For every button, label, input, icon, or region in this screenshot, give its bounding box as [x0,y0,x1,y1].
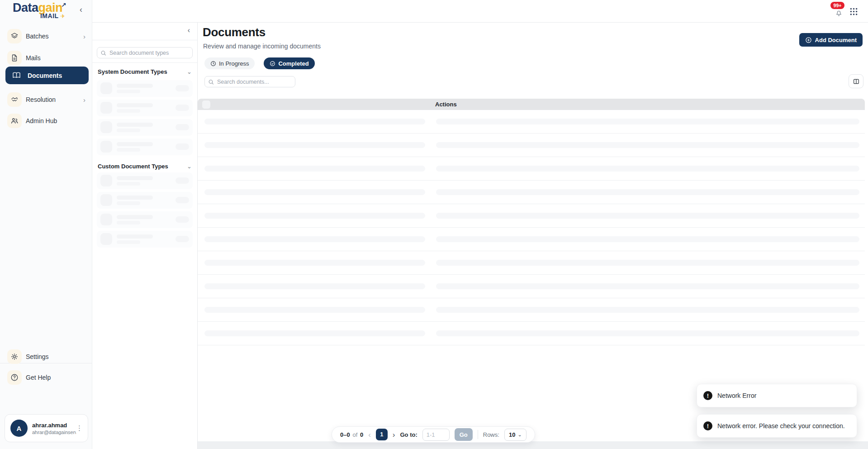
next-page-chevron[interactable]: › [393,431,395,439]
table-row-skeleton [198,181,865,204]
row-skeleton-bar [436,330,859,336]
divider [92,62,197,63]
row-skeleton-bar [436,260,859,266]
skeleton-pill [175,105,189,111]
alert-icon: ! [703,421,712,430]
add-document-button[interactable]: Add Document [799,33,863,47]
chevron-down-icon: ⌄ [187,68,192,75]
notifications-button[interactable]: 99+ [834,6,844,17]
skeleton-line [117,201,140,205]
sidebar-item-documents[interactable]: Documents [5,67,89,84]
skeleton-line [117,90,140,93]
pagination-total: 0 [360,431,363,438]
alert-icon: ! [703,391,712,400]
notification-badge: 99+ [830,2,844,9]
current-page-button[interactable]: 1 [376,429,388,440]
tab-in-progress[interactable]: In Progress [204,57,255,69]
apps-grid-icon[interactable] [849,7,859,16]
avatar: A [10,420,28,437]
row-skeleton-bar [436,213,859,219]
table-row-skeleton [198,275,865,298]
go-button[interactable]: Go [455,428,473,441]
skeleton-avatar [100,102,112,114]
row-skeleton-bar [204,236,425,242]
sidebar-item-batches[interactable]: Batches › [0,27,92,45]
doc-type-skeleton-item [97,80,193,97]
table-row-skeleton [198,204,865,228]
plus-circle-icon [805,37,812,43]
row-skeleton-bar [436,166,859,172]
actions-column-header: Actions [435,101,457,108]
previous-page-chevron[interactable]: ‹ [368,431,371,439]
page-title: Documents [203,25,266,39]
chevron-right-icon: › [83,96,85,104]
sidebar-item-settings[interactable]: Settings [0,348,92,366]
skeleton-line [117,182,140,186]
rows-label: Rows: [483,431,499,438]
panel-collapse-chevron[interactable]: ‹ [188,26,190,34]
skeleton-line [117,176,153,180]
skeleton-line [117,142,153,146]
search-icon [208,79,214,85]
skeleton-pill [175,197,189,203]
section-header-system-document-types[interactable]: System Document Types ⌄ [98,68,192,75]
custom-document-types-list [97,172,193,250]
row-skeleton-bar [436,283,859,289]
table-header-row: Actions [198,99,865,110]
file-text-icon [7,51,22,65]
kebab-menu-icon[interactable]: ⋮ [76,424,83,432]
rows-per-page-select[interactable]: 10 ⌄ [504,429,526,441]
sidebar-item-mails[interactable]: Mails [0,49,92,67]
table-row-skeleton [198,134,865,157]
logo-spark-icon: ✈ [61,13,66,19]
system-document-types-list [97,80,193,158]
users-icon [7,114,22,128]
chevron-right-icon: › [83,33,85,40]
goto-page-input[interactable] [422,429,450,441]
search-document-types-input[interactable] [97,47,193,58]
skeleton-avatar [100,233,112,245]
bottom-background-strip [198,441,868,449]
status-tabs: In Progress Completed [204,57,315,69]
app-window: 99+ Datagain↗ IMAIL ✈ ‹ Batches › [0,0,868,449]
skeleton-line [117,234,153,239]
toast-network-error-connection[interactable]: ! Network error. Please check your conne… [697,414,857,438]
datagain-imail-logo: Datagain↗ IMAIL ✈ [13,2,66,19]
top-bar: 99+ [92,0,868,23]
row-skeleton-bar [436,236,859,242]
search-documents-input[interactable] [204,76,295,87]
tab-completed[interactable]: Completed [264,57,314,69]
document-types-panel: ‹ System Document Types ⌄ Custom Documen… [92,23,198,449]
row-skeleton-bar [436,189,859,195]
column-settings-button[interactable] [849,74,863,88]
sidebar-item-admin-hub[interactable]: Admin Hub [0,112,92,130]
user-name: ahrar.ahmad [32,422,76,429]
row-skeleton-bar [204,166,425,172]
goto-label: Go to: [400,431,417,438]
skeleton-line [117,123,153,127]
sidebar-collapse-chevron[interactable]: ‹ [80,5,82,14]
section-header-custom-document-types[interactable]: Custom Document Types ⌄ [98,163,192,170]
table-row-skeleton [198,110,865,134]
row-skeleton-bar [436,119,859,124]
skeleton-pill [175,236,189,242]
pagination-range: 0–0 [340,431,350,438]
sidebar-item-get-help[interactable]: Get Help [0,368,92,387]
table-row-skeleton [198,228,865,251]
user-profile-card[interactable]: A ahrar.ahmad ahrar@datagainservice... ⋮ [5,414,88,442]
sidebar-item-resolution[interactable]: Resolution › [0,91,92,109]
logo-arrow-icon: ↗ [61,1,66,9]
page-subtitle: Review and manage incoming documents [203,43,321,50]
skeleton-line [117,129,140,132]
toast-network-error[interactable]: ! Network Error [697,384,857,407]
skeleton-pill [175,143,189,150]
skeleton-pill [175,124,189,130]
skeleton-avatar [100,121,112,133]
row-skeleton-bar [436,307,859,313]
row-skeleton-bar [204,260,425,266]
skeleton-avatar [100,175,112,186]
row-skeleton-bar [204,330,425,336]
doc-type-skeleton-item [97,231,193,248]
doc-type-skeleton-item [97,119,193,136]
skeleton-line [117,148,140,152]
